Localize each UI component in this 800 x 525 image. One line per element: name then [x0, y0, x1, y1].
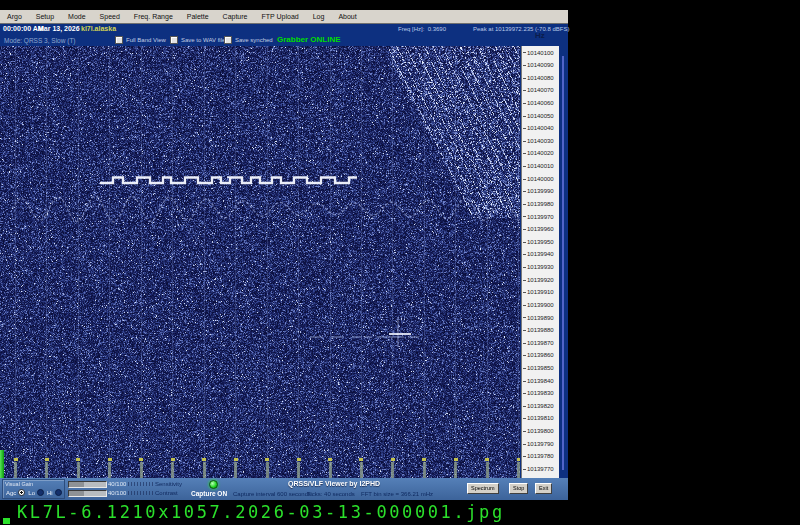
menu-item-mode[interactable]: Mode: [61, 11, 93, 23]
freq-label: Freq [Hz]:: [398, 26, 424, 32]
date-text: Mar 13, 2026: [38, 25, 80, 32]
app-title: QRSS/VLF Viewer by I2PHD: [288, 480, 380, 487]
radio-label-lo: Lo: [28, 490, 35, 496]
sensitivity-slider-fill: [69, 482, 84, 487]
contrast-label: Contrast: [155, 490, 178, 496]
fft-bin-text: FFT bin size = 366.21 mHz: [361, 491, 433, 497]
freq-scale-label: 10140000: [523, 176, 554, 182]
status-bar: 00:00:00 AM Mar 13, 2026 kl7l.alaska Fre…: [0, 24, 568, 34]
sensitivity-label: Sensitivity: [155, 481, 182, 487]
freq-scale-label: 10140100: [523, 50, 554, 56]
checkbox-box-icon: [170, 36, 178, 44]
freq-scale-label: 10139980: [523, 201, 554, 207]
menu-item-freq-range[interactable]: Freq. Range: [127, 11, 180, 23]
grabber-status: Grabber ONLINE: [277, 35, 341, 44]
freq-scale-label: 10139860: [523, 352, 554, 358]
freq-scale-label: 10139800: [523, 428, 554, 434]
radio-lo[interactable]: [37, 489, 44, 496]
freq-scale-label: 10140040: [523, 125, 554, 131]
capture-on-label: Capture ON: [191, 490, 227, 497]
capture-filename: KL7L-6.1210x1057.2026-03-13-000001.jpg: [17, 502, 505, 522]
freq-scale-label: 10139870: [523, 340, 554, 346]
checkbox-label: Save synched: [235, 37, 273, 43]
visual-gain-label: Visual Gain: [3, 480, 64, 487]
mode-bar: Mode: QRSS 3, Slow (T) Grabber ONLINE Fu…: [0, 34, 568, 46]
fsk-qrss-trace: [100, 178, 357, 184]
freq-scale-label: 10139950: [523, 239, 554, 245]
desktop: ArgoSetupModeSpeedFreq. RangePaletteCapt…: [0, 0, 800, 525]
menu-bar: ArgoSetupModeSpeedFreq. RangePaletteCapt…: [0, 10, 568, 24]
freq-scale-label: 10140010: [523, 163, 554, 169]
menu-item-speed[interactable]: Speed: [93, 11, 127, 23]
freq-scale-label: 10139780: [523, 453, 554, 459]
checkbox-label: Full Band View: [126, 37, 166, 43]
argo-window: ArgoSetupModeSpeedFreq. RangePaletteCapt…: [0, 10, 568, 500]
contrast-slider-fill: [69, 491, 84, 496]
menu-item-capture[interactable]: Capture: [216, 11, 255, 23]
freq-scale-label: 10140090: [523, 62, 554, 68]
menu-item-argo[interactable]: Argo: [0, 11, 29, 23]
menu-item-about[interactable]: About: [331, 11, 363, 23]
capture-led-icon: [209, 480, 218, 489]
freq-scale-label: 10139970: [523, 214, 554, 220]
freq-scale-label: 10140020: [523, 150, 554, 156]
contrast-slider-ticks: [128, 491, 154, 495]
freq-scale-label: 10139820: [523, 403, 554, 409]
freq-readout: Freq [Hz]: 0.3690: [398, 26, 446, 32]
spectrum-button[interactable]: Spectrum: [467, 483, 499, 494]
freq-scale-label: 10139790: [523, 441, 554, 447]
radio-agc[interactable]: [18, 489, 25, 496]
radio-label-agc: Agc: [6, 490, 16, 496]
freq-scale-label: 10139830: [523, 390, 554, 396]
freq-scale-label: 10139890: [523, 315, 554, 321]
freq-scale-label: 10140080: [523, 75, 554, 81]
exit-button[interactable]: Exit: [535, 483, 552, 494]
sensitivity-slider-ticks: [128, 482, 154, 486]
radio-label-hi: Hi: [47, 490, 53, 496]
freq-scale-label: 10139920: [523, 277, 554, 283]
status-square-icon: [3, 518, 10, 524]
mode-text: Mode: QRSS 3, Slow (T): [4, 37, 76, 44]
checkbox-save-to-wav-file[interactable]: Save to WAV file: [170, 36, 225, 44]
menu-item-palette[interactable]: Palette: [180, 11, 216, 23]
freq-scale-label: 10139770: [523, 466, 554, 472]
menu-item-setup[interactable]: Setup: [29, 11, 61, 23]
sine-signal-trace: [12, 196, 520, 222]
freq-scale-label: 10139840: [523, 378, 554, 384]
freq-scale-label: 10139880: [523, 327, 554, 333]
freq-scale-label: 10140050: [523, 113, 554, 119]
capture-interval-text: Capture interval 600 seconds: [233, 491, 311, 497]
scale-edge-line: [562, 56, 564, 470]
freq-scale-label: 10139940: [523, 251, 554, 257]
freq-scale-label: 10139810: [523, 415, 554, 421]
freq-scale-label: 10139900: [523, 302, 554, 308]
radio-hi[interactable]: [55, 489, 62, 496]
freq-scale-label: 10139930: [523, 264, 554, 270]
checkbox-full-band-view[interactable]: Full Band View: [115, 36, 166, 44]
contrast-slider[interactable]: [68, 490, 107, 497]
ticks-text: Ticks: 40 seconds: [307, 491, 355, 497]
waterfall-display[interactable]: [0, 46, 520, 478]
checkbox-box-icon: [115, 36, 123, 44]
checkbox-save-synched[interactable]: Save synched: [224, 36, 273, 44]
scan-line-marker: [0, 450, 4, 478]
checkbox-box-icon: [224, 36, 232, 44]
menu-item-log[interactable]: Log: [306, 11, 332, 23]
callsign-text: kl7l.alaska: [81, 25, 116, 32]
freq-scale-label: 10139850: [523, 365, 554, 371]
checkbox-label: Save to WAV file: [181, 37, 225, 43]
freq-scale-label: 10139960: [523, 226, 554, 232]
sensitivity-slider[interactable]: [68, 481, 107, 488]
peak-readout: Peak at 10139972.235 (-70.8 dBFS): [473, 26, 569, 32]
scale-unit-label: Hz: [535, 31, 545, 40]
visual-gain-radios: AgcLoHi: [5, 489, 62, 496]
freq-scale-label: 10140060: [523, 100, 554, 106]
frequency-scale: 1014010010140090101400801014007010140060…: [521, 46, 559, 478]
contrast-value: 40/100: [108, 490, 126, 496]
stop-button[interactable]: Stop: [509, 483, 528, 494]
freq-scale-label: 10139910: [523, 289, 554, 295]
control-bar: Visual Gain AgcLoHi 40/100 40/100 Sensit…: [0, 478, 568, 500]
signal-overlay: [0, 46, 520, 478]
menu-item-ftp-upload[interactable]: FTP Upload: [254, 11, 305, 23]
freq-scale-label: 10140030: [523, 138, 554, 144]
